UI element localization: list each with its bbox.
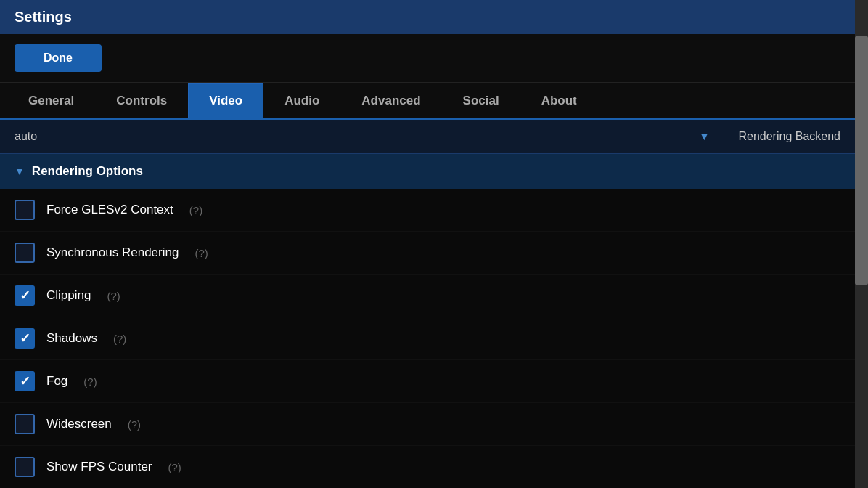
help-shadows[interactable]: (?) [113,333,126,345]
rendering-backend-label: Rendering Backend [731,120,855,153]
tab-social[interactable]: Social [442,83,520,118]
checkbox-clipping[interactable] [15,285,35,306]
tab-video[interactable]: Video [188,83,263,118]
setting-row-shadows: Shadows (?) [0,317,855,360]
done-bar: Done [0,34,868,83]
tab-advanced[interactable]: Advanced [340,83,441,118]
tab-controls[interactable]: Controls [95,83,188,118]
label-clipping: Clipping [46,288,91,303]
setting-row-fog: Fog (?) [0,360,855,403]
section-collapse-icon: ▼ [15,166,25,177]
checkbox-shadows[interactable] [15,328,35,349]
help-clipping[interactable]: (?) [107,290,120,302]
rendering-options-header[interactable]: ▼ Rendering Options [0,154,855,189]
rendering-backend-value: auto [15,130,700,143]
checkbox-fog[interactable] [15,371,35,391]
setting-row-widescreen: Widescreen (?) [0,403,855,446]
settings-window: Settings Done General Controls Video Aud… [0,0,868,488]
tabs-bar: General Controls Video Audio Advanced So… [0,83,868,120]
setting-row-synchronous-rendering: Synchronous Rendering (?) [0,232,855,274]
checkbox-synchronous-rendering[interactable] [15,243,35,263]
done-button[interactable]: Done [15,44,102,72]
help-widescreen[interactable]: (?) [128,418,141,431]
checkbox-show-fps-counter[interactable] [15,457,35,477]
rendering-backend-row: auto ▼ Rendering Backend [0,120,855,154]
help-fog[interactable]: (?) [83,375,97,388]
tab-audio[interactable]: Audio [263,83,340,118]
setting-row-force-glesv2: Force GLESv2 Context (?) [0,189,855,232]
label-force-glesv2: Force GLESv2 Context [46,203,173,217]
settings-list: Force GLESv2 Context (?) Synchronous Ren… [0,189,855,488]
setting-row-clipping: Clipping (?) [0,274,855,317]
scrollbar-overlay[interactable] [855,36,868,488]
checkbox-widescreen[interactable] [15,414,35,434]
help-synchronous-rendering[interactable]: (?) [195,247,208,259]
section-title: Rendering Options [32,164,143,179]
tab-general[interactable]: General [7,83,95,118]
dropdown-arrow-icon: ▼ [700,131,710,142]
scrollbar-thumb-overlay[interactable] [855,36,868,285]
help-force-glesv2[interactable]: (?) [189,204,202,216]
help-show-fps-counter[interactable]: (?) [168,461,181,473]
title-bar: Settings [0,0,868,34]
rendering-backend-select[interactable]: auto ▼ [0,120,731,153]
label-fog: Fog [46,374,67,389]
label-widescreen: Widescreen [46,417,112,431]
label-synchronous-rendering: Synchronous Rendering [46,245,179,260]
tab-about[interactable]: About [520,83,598,118]
window-title: Settings [15,9,72,25]
label-show-fps-counter: Show FPS Counter [46,460,152,474]
label-shadows: Shadows [46,331,97,346]
checkbox-force-glesv2[interactable] [15,200,35,220]
setting-row-show-fps-counter: Show FPS Counter (?) [0,446,855,488]
